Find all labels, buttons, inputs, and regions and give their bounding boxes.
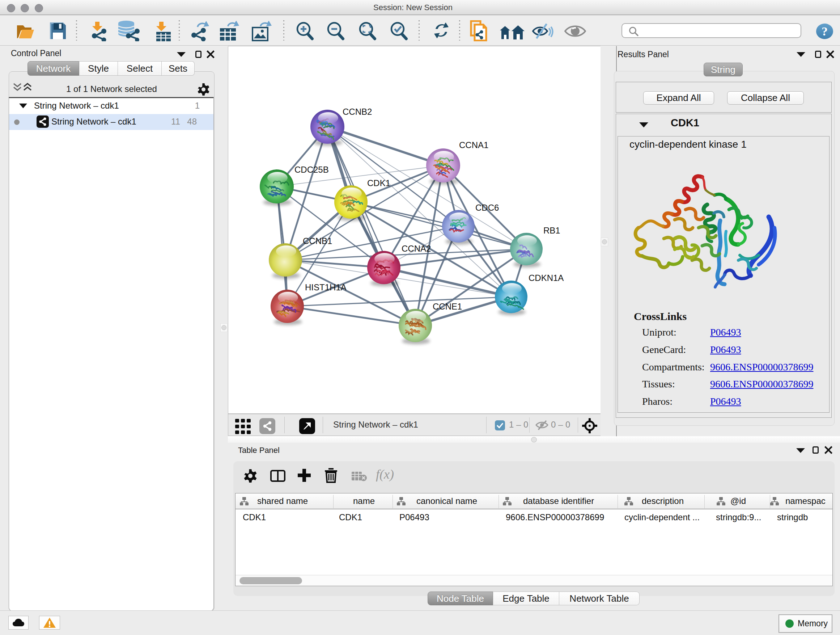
svg-text:CDC25B: CDC25B [294,165,329,174]
svg-text:CCNA1: CCNA1 [459,140,488,150]
svg-text:CCNA2: CCNA2 [401,244,431,253]
svg-text:HIST1H1A: HIST1H1A [305,282,347,292]
svg-text:CCNB1: CCNB1 [303,236,332,246]
svg-text:CCNE1: CCNE1 [433,302,462,311]
svg-text:CDC6: CDC6 [475,203,499,212]
svg-text:CCNB2: CCNB2 [343,107,372,117]
svg-text:RB1: RB1 [543,226,561,235]
svg-text:CDK1: CDK1 [367,178,390,188]
svg-text:CDKN1A: CDKN1A [529,273,564,283]
